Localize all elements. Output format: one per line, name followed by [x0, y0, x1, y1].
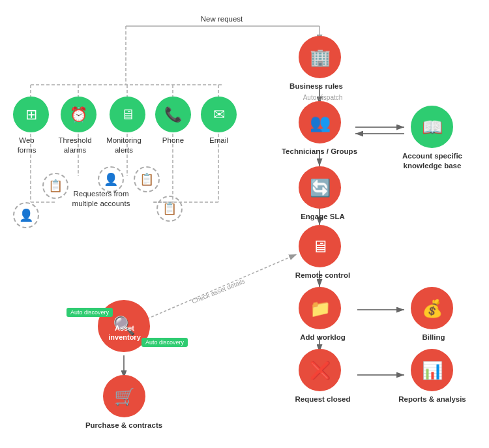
knowledge-base-icon: 📖 [422, 119, 443, 136]
threshold-alarms-circle: ⏰ [61, 97, 96, 132]
web-forms-icon: ⊞ [25, 108, 37, 122]
monitoring-alerts-icon: 🖥 [121, 108, 135, 122]
auto-discovery-badge-1: Auto discovery [67, 308, 113, 317]
request-closed-icon: ❌ [310, 362, 331, 379]
business-rules-icon: 🏢 [310, 49, 331, 66]
request-closed-label: Request closed [284, 395, 362, 404]
asset-inventory-label: Assetinventory [93, 323, 156, 342]
requester-4: 👤 [13, 202, 39, 228]
email-circle: ✉ [201, 97, 237, 132]
technicians-icon: 👥 [310, 114, 331, 131]
check-asset-label: Check asset details [168, 268, 268, 315]
threshold-alarms-icon: ⏰ [70, 108, 87, 122]
knowledge-base-label: Account specificknowledge base [396, 151, 468, 171]
email-icon: ✉ [213, 108, 225, 122]
billing-icon: 💰 [422, 300, 443, 317]
engage-sla-label: Engage SLA [287, 212, 359, 222]
reports-analysis-label: Reports & analysis [396, 395, 468, 404]
requester-icon-2: 👤 [104, 172, 118, 187]
billing-circle: 💰 [411, 287, 453, 329]
technicians-circle: 👥 [299, 101, 341, 143]
requester-3: 📋 [134, 166, 160, 192]
remote-control-label: Remote control [284, 271, 362, 280]
phone-label: Phone [155, 136, 191, 145]
remote-control-circle: 🖥 [299, 225, 341, 267]
requester-2: 👤 [98, 166, 124, 192]
phone-icon: 📞 [164, 108, 182, 122]
billing-label: Billing [411, 333, 456, 342]
purchase-contracts-label: Purchase & contracts [85, 421, 163, 430]
requester-icon-3: 📋 [140, 172, 154, 187]
engage-sla-icon: 🔄 [310, 179, 331, 196]
requesters-label: Requesters frommultiple accounts [59, 189, 143, 209]
request-closed-circle: ❌ [299, 349, 341, 391]
reports-analysis-icon: 📊 [422, 362, 443, 379]
reports-analysis-circle: 📊 [411, 349, 453, 391]
business-rules-circle: 🏢 [299, 36, 341, 78]
phone-circle: 📞 [155, 97, 191, 132]
new-request-label: New request [189, 14, 254, 24]
requester-icon-5: 📋 [162, 202, 177, 216]
threshold-alarms-label: Thresholdalarms [52, 136, 98, 155]
add-worklog-icon: 📁 [310, 300, 331, 317]
engage-sla-circle: 🔄 [299, 166, 341, 209]
business-rules-label: Business rules [280, 82, 352, 91]
auto-dispatch-label: Auto dispatch [287, 93, 359, 102]
web-forms-label: Webforms [4, 136, 50, 155]
requester-icon-4: 👤 [19, 208, 33, 222]
purchase-contracts-icon: 🛒 [114, 388, 135, 405]
web-forms-circle: ⊞ [13, 97, 49, 132]
monitoring-alerts-circle: 🖥 [110, 97, 145, 132]
remote-control-icon: 🖥 [312, 238, 329, 255]
monitoring-alerts-label: Monitoringalerts [101, 136, 147, 155]
add-worklog-circle: 📁 [299, 287, 341, 329]
requester-5: 📋 [156, 196, 183, 222]
technicians-label: Technicians / Groups [277, 147, 362, 157]
email-label: Email [201, 136, 237, 145]
purchase-contracts-circle: 🛒 [103, 375, 145, 417]
knowledge-base-circle: 📖 [411, 106, 453, 148]
add-worklog-label: Add worklog [284, 333, 362, 342]
